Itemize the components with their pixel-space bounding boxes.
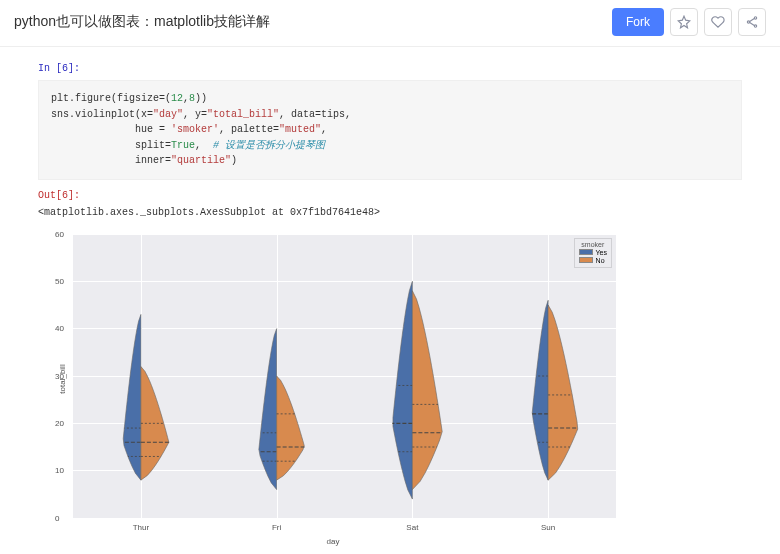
output-repr: <matplotlib.axes._subplots.AxesSubplot a… (38, 207, 742, 218)
header-actions: Fork (612, 8, 766, 36)
svg-point-2 (754, 25, 756, 27)
star-button[interactable] (670, 8, 698, 36)
heart-button[interactable] (704, 8, 732, 36)
output-prompt: Out[6]: (38, 190, 742, 201)
header-bar: python也可以做图表：matplotlib技能详解 Fork (0, 0, 780, 47)
svg-line-3 (750, 19, 755, 22)
page-title: python也可以做图表：matplotlib技能详解 (14, 13, 270, 31)
svg-line-4 (750, 23, 755, 26)
notebook-content: In [6]: plt.figure(figsize=(12,8)) sns.v… (0, 47, 780, 546)
violin-plot-figure: total_bill day smoker Yes No 01020304050… (38, 226, 628, 546)
svg-point-0 (754, 17, 756, 19)
code-cell: plt.figure(figsize=(12,8)) sns.violinplo… (38, 80, 742, 180)
fork-button[interactable]: Fork (612, 8, 664, 36)
violin-half (38, 226, 628, 546)
heart-icon (711, 15, 725, 29)
star-icon (677, 15, 691, 29)
share-button[interactable] (738, 8, 766, 36)
input-prompt: In [6]: (38, 63, 742, 74)
share-icon (745, 15, 759, 29)
svg-point-1 (747, 21, 749, 23)
